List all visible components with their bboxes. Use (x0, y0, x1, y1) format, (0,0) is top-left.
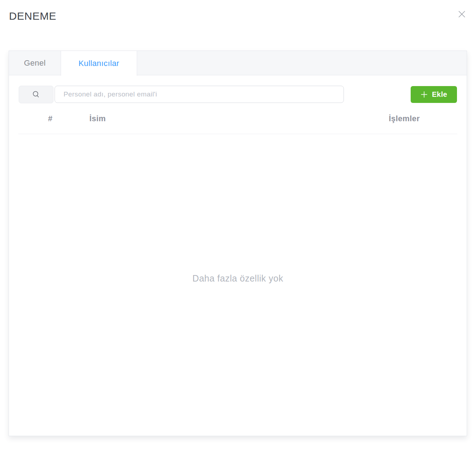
search-input[interactable] (55, 86, 344, 103)
empty-state-text: Daha fazla özellik yok (9, 273, 467, 284)
tab-genel-label: Genel (24, 58, 46, 68)
table-header-number: # (18, 114, 82, 123)
add-button[interactable]: Ekle (411, 86, 457, 103)
search-button[interactable] (19, 86, 53, 103)
page-title: DENEME (9, 10, 56, 22)
search-icon (32, 90, 40, 99)
add-button-label: Ekle (432, 90, 447, 99)
table-header-row: # İsim İşlemler (18, 103, 457, 134)
tab-genel[interactable]: Genel (9, 51, 61, 75)
close-button[interactable] (457, 9, 466, 19)
tab-kullanicilar-label: Kullanıcılar (79, 59, 120, 68)
plus-icon (420, 91, 428, 98)
close-icon (458, 10, 466, 18)
table-header-actions: İşlemler (389, 114, 457, 123)
tab-kullanicilar[interactable]: Kullanıcılar (61, 51, 137, 76)
tab-bar: Genel Kullanıcılar (9, 51, 467, 75)
search-toolbar: Ekle (19, 86, 457, 103)
modal-panel: Genel Kullanıcılar Ekle (9, 51, 467, 436)
table-header-name: İsim (82, 114, 389, 123)
